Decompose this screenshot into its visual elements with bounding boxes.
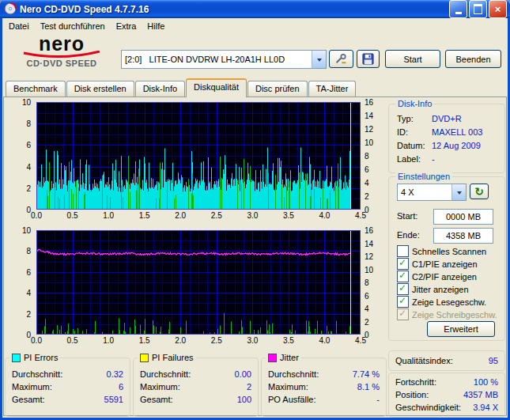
axis-tick: 2 [365,318,369,327]
erweitert-button[interactable]: Erweitert [427,321,495,337]
checkbox-c2-pif[interactable]: C2/PIF anzeigen [397,271,503,282]
axis-tick: 12 [365,125,373,134]
axis-tick: 14 [365,112,373,120]
checkbox-icon[interactable] [397,296,409,308]
close-button[interactable]: × [489,0,507,18]
refresh-icon: ↻ [474,186,484,197]
settings-group: Einstellungen 4 X ↻ Start: 0000 MB Ende:… [388,176,505,341]
axis-tick: 2 [365,192,369,201]
position-value: 4357 MB [463,390,498,399]
menu-test-durchfuehren[interactable]: Test durchführen [35,19,111,33]
checkbox-c1-pie[interactable]: C1/PIE anzeigen [397,258,503,270]
checkbox-schnelles-scannen[interactable]: Schnelles Scannen [397,245,503,257]
axis-tick: 10 [22,98,31,107]
minimize-button[interactable] [449,0,467,18]
stat-row: Gesamt: 5591 [12,395,123,404]
geschwindigkeit-label: Geschwindigkeit: [395,403,461,412]
disk-info-group: Disk-Info Typ: DVD+R ID: MAXELL 003 Datu… [388,104,505,173]
menu-extra[interactable]: Extra [111,19,142,33]
axis-tick: 8 [365,152,369,161]
axis-tick: 8 [26,247,31,255]
checkbox-label: C1/PIE anzeigen [412,259,478,269]
tab-page: 0246810 0246810121416 0.00.51.01.52.02.5… [3,96,507,416]
speed-selected-value: 4 X [398,184,451,200]
checkbox-icon[interactable] [397,283,409,295]
jitter-plot [36,230,361,335]
menu-datei[interactable]: Datei [3,19,35,33]
axis-tick: 0.5 [65,211,81,220]
axis-tick: 3.0 [244,336,260,345]
end-position-field[interactable]: 4358 MB [433,228,493,244]
tab-benchmark[interactable]: Benchmark [6,81,66,96]
axis-tick: 2.5 [209,211,225,220]
stat-row: Maximum: 8.1 % [268,382,380,392]
tab-disk-info[interactable]: Disk-Info [135,81,185,96]
window-controls: × [449,0,507,18]
checkbox-icon[interactable] [397,271,409,282]
pi-errors-x-axis: 0.00.51.01.52.02.53.03.54.04.5 [36,211,361,221]
pi-errors-plot [36,102,361,210]
drive-select[interactable]: [2:0] LITE-ON DVDRW LH-20A1H LL0D [121,50,327,69]
beenden-button[interactable]: Beenden [445,50,501,68]
pi-errors-left-axis: 0246810 [5,102,33,222]
save-button[interactable] [357,50,380,68]
refresh-button[interactable]: ↻ [470,184,489,199]
axis-tick: 6 [365,165,369,174]
settings-title: Einstellungen [395,172,452,182]
maximize-button[interactable] [469,0,487,18]
position-label: Position: [395,390,429,399]
axis-tick: 0.0 [28,211,44,220]
chevron-down-icon[interactable] [312,51,326,68]
checkbox-label: Zeige Schreibgeschw. [412,310,497,320]
start-position-field[interactable]: 0000 MB [433,209,493,225]
jitter-chart: 0246810 0246810121416 0.00.51.01.52.02.5… [5,230,387,347]
stat-row: Durchschnitt: 0.32 [12,369,123,379]
jitter-title: Jitter [280,353,299,363]
stat-row: PO Ausfälle: - [268,395,380,404]
axis-tick: 4.0 [316,211,332,220]
axis-tick: 10 [365,138,373,147]
geschwindigkeit-value: 3.94 X [473,403,498,412]
pi-failures-legend-icon [140,354,149,362]
disk-info-row-datum: Datum: 12 Aug 2009 [397,141,500,151]
jitter-legend-icon [268,354,277,362]
speed-select[interactable]: 4 X [397,184,467,201]
minimize-icon [455,12,462,14]
checkbox-icon[interactable] [397,258,409,270]
quality-index-box: Qualitätsindex: 95 [388,350,505,371]
axis-tick: 4 [26,163,31,172]
progress-row-geschwindigkeit: Geschwindigkeit: 3.94 X [395,403,498,412]
fortschritt-label: Fortschritt: [395,377,436,387]
axis-tick: 8 [26,119,31,128]
typ-label: Typ: [397,114,432,124]
axis-tick: 2.0 [172,211,188,220]
axis-tick: 3.0 [244,211,260,220]
pi-errors-caption: PI Errors [9,353,60,363]
save-icon [362,53,374,65]
axis-tick: 4.0 [316,336,332,345]
end-position-label: Ende: [397,230,420,240]
tab-disc-pruefen[interactable]: Disc prüfen [247,81,308,96]
tab-diskqualitaet[interactable]: Diskqualität [186,78,247,97]
checkbox-icon[interactable] [397,308,409,320]
app-icon [4,2,17,17]
tab-ta-jitter[interactable]: TA-Jitter [308,81,357,96]
axis-tick: 6 [26,141,31,149]
options-button[interactable] [329,50,353,68]
checkbox-jitter[interactable]: Jitter anzeigen [397,283,503,295]
title-bar[interactable]: Nero CD-DVD Speed 4.7.7.16 × [0,0,510,18]
chevron-down-icon[interactable] [451,184,466,200]
checkbox-schreibgeschw[interactable]: Zeige Schreibgeschw. [397,308,503,320]
tab-disk-erstellen[interactable]: Disk erstellen [66,81,134,96]
start-button[interactable]: Start [385,50,440,68]
checkbox-icon[interactable] [397,245,409,257]
checkbox-label: Zeige Lesegeschw. [412,297,486,307]
checkbox-label: Schnelles Scannen [412,247,486,256]
stat-row: Gesamt: 100 [140,395,251,404]
axis-tick: 4.5 [353,336,368,345]
axis-tick: 16 [365,226,373,235]
id-label: ID: [397,127,432,138]
checkbox-lesegeschw[interactable]: Zeige Lesegeschw. [397,296,503,308]
logo-subtitle: CD·DVD SPEED [9,59,115,68]
menu-hilfe[interactable]: Hilfe [142,19,170,33]
